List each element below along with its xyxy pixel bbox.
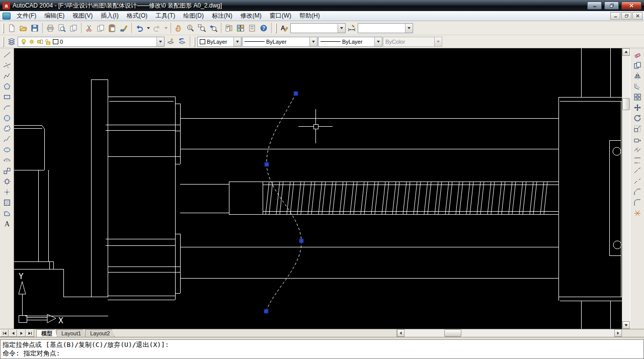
multiline-text-button[interactable]: A bbox=[1, 218, 13, 229]
open-button[interactable] bbox=[18, 23, 29, 34]
color-dropdown[interactable]: ByLayer bbox=[197, 37, 242, 47]
chamfer-button[interactable] bbox=[631, 187, 643, 197]
mirror-button[interactable] bbox=[631, 70, 643, 81]
construction-line-button[interactable] bbox=[1, 60, 13, 70]
zoom-realtime-button[interactable] bbox=[185, 23, 196, 34]
hatch-button[interactable] bbox=[1, 197, 13, 208]
layer-dropdown-button[interactable] bbox=[156, 37, 164, 46]
horizontal-scroll-thumb[interactable] bbox=[444, 329, 461, 337]
restore-button[interactable] bbox=[604, 2, 619, 10]
text-style-button[interactable]: A bbox=[279, 23, 290, 34]
layer-dropdown[interactable]: 0 bbox=[18, 37, 165, 47]
cut-button[interactable] bbox=[84, 23, 95, 34]
help-button[interactable]: ? bbox=[258, 23, 269, 34]
horizontal-scrollbar[interactable] bbox=[396, 329, 622, 337]
fillet-button[interactable] bbox=[631, 197, 643, 208]
copy-object-button[interactable] bbox=[631, 60, 643, 70]
dim-style-button[interactable] bbox=[346, 23, 357, 34]
grip[interactable] bbox=[294, 92, 298, 96]
styles-toolbar-handle[interactable] bbox=[275, 23, 277, 33]
lineweight-dropdown-button[interactable] bbox=[374, 37, 382, 46]
tab-nav-last-button[interactable] bbox=[26, 329, 34, 337]
move-button[interactable] bbox=[631, 102, 643, 113]
undo-dropdown-button[interactable] bbox=[145, 23, 151, 34]
make-object-layer-current-button[interactable] bbox=[165, 36, 176, 47]
dim-style-dropdown[interactable] bbox=[358, 23, 413, 33]
linetype-dropdown[interactable]: ByLayer bbox=[242, 37, 317, 47]
tab-模型[interactable]: 模型 bbox=[36, 329, 57, 337]
trim-button[interactable] bbox=[631, 144, 643, 155]
properties-toolbar-handle[interactable] bbox=[194, 37, 195, 47]
unlock-icon[interactable] bbox=[44, 38, 51, 45]
zoom-window-button[interactable] bbox=[196, 23, 207, 34]
array-button[interactable] bbox=[631, 92, 643, 102]
redo-dropdown-button[interactable] bbox=[163, 23, 169, 34]
linetype-dropdown-button[interactable] bbox=[309, 37, 317, 46]
extend-button[interactable] bbox=[631, 155, 643, 165]
menu-item-5[interactable]: 工具(T) bbox=[151, 11, 179, 21]
tab-Layout1[interactable]: Layout1 bbox=[56, 329, 86, 337]
vertical-scrollbar[interactable] bbox=[622, 48, 630, 329]
scroll-down-button[interactable] bbox=[622, 321, 630, 329]
text-style-dropdown-button[interactable] bbox=[338, 24, 345, 33]
doc-minimize-button[interactable] bbox=[610, 12, 620, 20]
menu-item-3[interactable]: 插入(I) bbox=[97, 11, 122, 21]
insert-block-button[interactable] bbox=[1, 165, 13, 176]
toolbar-handle[interactable] bbox=[3, 23, 4, 33]
dim-style-dropdown-button[interactable] bbox=[405, 24, 413, 33]
scale-button[interactable] bbox=[631, 123, 643, 134]
stretch-button[interactable] bbox=[631, 134, 643, 144]
zoom-previous-button[interactable] bbox=[208, 23, 219, 34]
menu-item-6[interactable]: 绘图(D) bbox=[179, 11, 208, 21]
tab-nav-next-button[interactable] bbox=[17, 329, 26, 337]
arc-button[interactable] bbox=[1, 102, 13, 113]
lineweight-dropdown[interactable]: ByLayer bbox=[318, 37, 382, 47]
menu-item-10[interactable]: 帮助(H) bbox=[295, 11, 324, 21]
drawing-canvas[interactable]: YX bbox=[14, 48, 622, 329]
menu-item-8[interactable]: 修改(M) bbox=[236, 11, 266, 21]
tab-Layout2[interactable]: Layout2 bbox=[85, 329, 115, 337]
grip[interactable] bbox=[299, 239, 303, 243]
properties-palette-button[interactable] bbox=[223, 23, 234, 34]
line-button[interactable] bbox=[1, 49, 13, 60]
command-window[interactable]: 指定拉伸点或 [基点(B)/复制(C)/放弃(U)/退出(X)]: 命令: 指定… bbox=[0, 340, 644, 359]
rectangle-button[interactable] bbox=[1, 92, 13, 102]
publish-button[interactable] bbox=[68, 23, 79, 34]
tab-nav-prev-button[interactable] bbox=[9, 329, 17, 337]
match-properties-button[interactable] bbox=[118, 23, 129, 34]
bulb-icon[interactable] bbox=[20, 38, 27, 45]
point-button[interactable] bbox=[1, 187, 13, 197]
break-at-point-button[interactable] bbox=[631, 165, 643, 176]
break-button[interactable] bbox=[631, 176, 643, 187]
scroll-up-button[interactable] bbox=[622, 48, 630, 56]
undo-button[interactable] bbox=[134, 23, 145, 34]
doc-restore-button[interactable] bbox=[621, 12, 631, 20]
ellipse-arc-button[interactable] bbox=[1, 155, 13, 165]
rotate-button[interactable] bbox=[631, 113, 643, 123]
menu-item-0[interactable]: 文件(F) bbox=[13, 11, 40, 21]
design-center-button[interactable] bbox=[235, 23, 246, 34]
sun-icon[interactable] bbox=[28, 38, 35, 45]
grip[interactable] bbox=[264, 309, 268, 313]
pan-button[interactable] bbox=[173, 23, 184, 34]
layers-button[interactable] bbox=[6, 36, 17, 47]
grip[interactable] bbox=[265, 162, 269, 166]
text-style-dropdown[interactable] bbox=[290, 23, 346, 33]
save-button[interactable] bbox=[29, 23, 40, 34]
offset-button[interactable] bbox=[631, 81, 643, 92]
tool-palettes-button[interactable] bbox=[247, 23, 258, 34]
polygon-button[interactable] bbox=[1, 81, 13, 92]
menu-item-7[interactable]: 标注(N) bbox=[208, 11, 236, 21]
polyline-button[interactable] bbox=[1, 70, 13, 81]
menu-item-1[interactable]: 编辑(E) bbox=[40, 11, 68, 21]
tab-nav-first-button[interactable] bbox=[0, 329, 9, 337]
revision-cloud-button[interactable] bbox=[1, 123, 13, 134]
ellipse-button[interactable] bbox=[1, 144, 13, 155]
menu-item-4[interactable]: 格式(O) bbox=[123, 11, 151, 21]
vp-freeze-icon[interactable] bbox=[36, 38, 43, 45]
redo-button[interactable] bbox=[151, 23, 163, 34]
make-block-button[interactable] bbox=[1, 176, 13, 187]
scroll-left-button[interactable] bbox=[397, 329, 405, 337]
spline-button[interactable] bbox=[1, 134, 13, 144]
circle-button[interactable] bbox=[1, 113, 13, 123]
